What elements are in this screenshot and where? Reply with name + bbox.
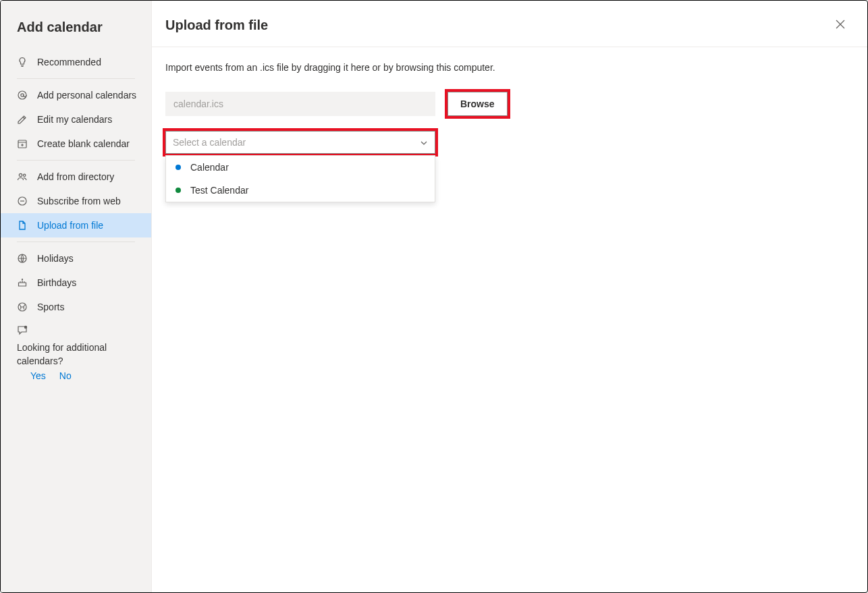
main-header: Upload from file xyxy=(152,1,867,47)
browse-button[interactable]: Browse xyxy=(447,92,508,116)
calendar-plus-icon xyxy=(17,138,28,149)
dropdown-option-calendar[interactable]: Calendar xyxy=(166,156,435,179)
sidebar-item-label: Sports xyxy=(37,302,64,312)
lightbulb-icon xyxy=(17,57,28,67)
file-upload-icon xyxy=(17,220,28,231)
sidebar-title: Add calendar xyxy=(1,13,151,50)
cake-icon xyxy=(17,277,28,288)
sidebar-item-birthdays[interactable]: Birthdays xyxy=(1,271,151,295)
divider xyxy=(17,242,135,242)
sidebar-item-label: Subscribe from web xyxy=(37,196,121,206)
main-panel: Upload from file Import events from an .… xyxy=(152,1,867,592)
file-input[interactable] xyxy=(165,92,435,116)
sidebar-item-recommended[interactable]: Recommended xyxy=(1,50,151,74)
globe-icon xyxy=(17,253,28,264)
dropdown-option-label: Calendar xyxy=(190,162,229,173)
people-icon xyxy=(17,171,28,182)
svg-point-0 xyxy=(18,91,26,99)
color-dot-icon xyxy=(175,188,181,193)
chevron-down-icon xyxy=(420,138,428,146)
sidebar-item-label: Upload from file xyxy=(37,220,103,231)
feedback-yes-link[interactable]: Yes xyxy=(30,370,46,381)
select-placeholder: Select a calendar xyxy=(173,137,246,148)
color-dot-icon xyxy=(175,165,181,170)
sidebar: Add calendar Recommended Add personal ca… xyxy=(1,1,152,592)
at-sign-icon xyxy=(17,90,28,101)
dropdown-option-test-calendar[interactable]: Test Calendar xyxy=(166,179,435,202)
feedback-icon xyxy=(17,324,29,337)
sidebar-item-label: Edit my calendars xyxy=(37,114,112,125)
svg-point-4 xyxy=(24,174,26,176)
svg-point-3 xyxy=(19,173,22,176)
close-icon xyxy=(836,20,845,31)
sidebar-item-holidays[interactable]: Holidays xyxy=(1,246,151,271)
svg-point-8 xyxy=(24,326,27,329)
sidebar-item-label: Add from directory xyxy=(37,171,114,182)
feedback-no-link[interactable]: No xyxy=(59,370,72,381)
sidebar-item-add-personal[interactable]: Add personal calendars xyxy=(1,83,151,107)
divider xyxy=(17,78,135,79)
sidebar-item-label: Create blank calendar xyxy=(37,138,130,149)
description-text: Import events from an .ics file by dragg… xyxy=(165,62,854,73)
close-button[interactable] xyxy=(830,14,851,36)
page-title: Upload from file xyxy=(165,18,268,33)
sidebar-item-sports[interactable]: Sports xyxy=(1,295,151,319)
feedback-block: Looking for additional calendars? Yes No xyxy=(1,319,151,381)
globe-minus-icon xyxy=(17,196,28,206)
sidebar-item-create-blank[interactable]: Create blank calendar xyxy=(1,132,151,156)
sidebar-item-upload-file[interactable]: Upload from file xyxy=(1,213,151,237)
svg-point-1 xyxy=(21,94,24,96)
divider xyxy=(17,160,135,161)
edit-icon xyxy=(17,114,28,125)
sidebar-item-add-directory[interactable]: Add from directory xyxy=(1,165,151,189)
calendar-dropdown: Calendar Test Calendar xyxy=(165,155,435,202)
sidebar-item-label: Birthdays xyxy=(37,277,76,288)
sidebar-item-subscribe-web[interactable]: Subscribe from web xyxy=(1,189,151,213)
sidebar-item-label: Add personal calendars xyxy=(37,90,136,101)
feedback-text: Looking for additional calendars? xyxy=(17,341,125,368)
sports-icon xyxy=(17,302,28,312)
dropdown-option-label: Test Calendar xyxy=(190,185,248,196)
sidebar-item-edit-my[interactable]: Edit my calendars xyxy=(1,107,151,132)
calendar-select[interactable]: Select a calendar xyxy=(165,131,435,154)
sidebar-item-label: Recommended xyxy=(37,57,101,67)
sidebar-item-label: Holidays xyxy=(37,253,74,264)
